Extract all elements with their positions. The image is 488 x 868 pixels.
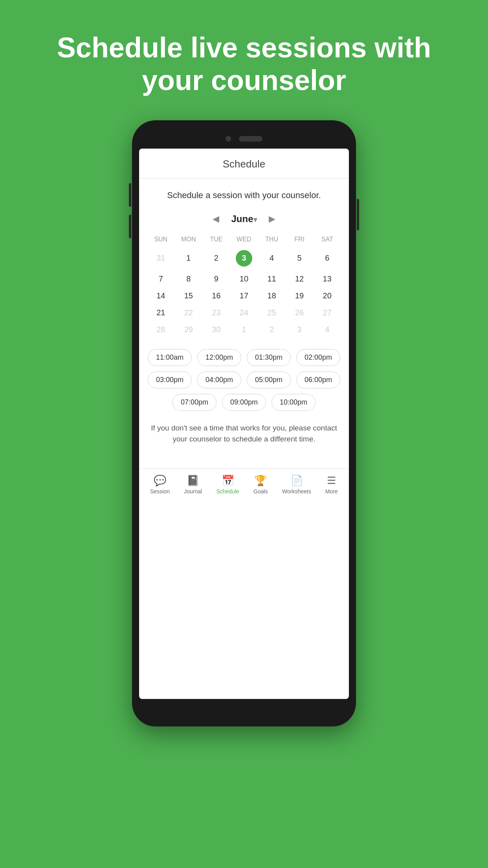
prev-month-button[interactable]: ◀ [209,212,223,226]
calendar-day: 29 [175,321,203,338]
time-slot-1100am[interactable]: 11:00am [148,349,192,366]
weekday-thu: THU [258,233,286,246]
calendar-day[interactable]: 16 [202,287,230,304]
screen-header: Schedule [139,149,349,178]
session-subtitle: Schedule a session with your counselor. [147,190,341,200]
month-label: June▾ [231,213,257,224]
phone-top-bar [139,132,349,149]
time-slot-0130pm[interactable]: 01:30pm [247,349,291,366]
calendar-day[interactable]: 12 [286,270,314,287]
calendar-day: 22 [175,304,203,321]
calendar-day[interactable]: 9 [202,270,230,287]
nav-label-more: More [325,488,338,495]
calendar-day[interactable]: 10 [230,270,258,287]
nav-label-schedule: Schedule [216,488,239,495]
calendar-day[interactable]: 1 [175,246,203,270]
phone-screen: Schedule Schedule a session with your co… [139,149,349,699]
nav-item-worksheets[interactable]: 📄 Worksheets [282,474,311,495]
bottom-navigation: 💬 Session 📓 Journal 📅 Schedule 🏆 Goals 📄… [139,469,349,500]
time-slot-0900pm[interactable]: 09:00pm [222,394,266,411]
power-button [357,199,359,230]
calendar-week-4: 21 22 23 24 25 26 27 [147,304,341,321]
calendar-day-today[interactable]: 3 [230,246,258,270]
weekday-mon: MON [175,233,203,246]
time-slot-0400pm[interactable]: 04:00pm [197,371,241,388]
next-month-button[interactable]: ▶ [265,212,279,226]
calendar-day[interactable]: 2 [202,246,230,270]
calendar-day: 26 [286,304,314,321]
nav-label-worksheets: Worksheets [282,488,311,495]
calendar-day[interactable]: 21 [147,304,175,321]
calendar-day[interactable]: 19 [286,287,314,304]
time-slot-0300pm[interactable]: 03:00pm [148,371,192,388]
calendar-day[interactable]: 4 [258,246,286,270]
worksheets-icon: 📄 [290,474,303,487]
schedule-icon: 📅 [222,474,234,487]
calendar-grid: SUN MON TUE WED THU FRI SAT 31 1 2 3 [147,233,341,338]
journal-icon: 📓 [187,474,199,487]
calendar-day: 3 [286,321,314,338]
calendar-day[interactable]: 20 [313,287,341,304]
contact-note: If you don't see a time that works for y… [147,423,341,445]
calendar-day[interactable]: 31 [147,246,175,270]
calendar-weekday-row: SUN MON TUE WED THU FRI SAT [147,233,341,246]
session-icon: 💬 [154,474,166,487]
header-title: Schedule live sessions with your counsel… [0,0,488,120]
volume-down-button [129,215,131,238]
time-slots-container: 11:00am 12:00pm 01:30pm 02:00pm 03:00pm … [147,349,341,411]
calendar-day: 27 [313,304,341,321]
nav-item-goals[interactable]: 🏆 Goals [253,474,268,495]
more-icon: ☰ [327,474,336,487]
weekday-wed: WED [230,233,258,246]
time-slot-1200pm[interactable]: 12:00pm [197,349,241,366]
calendar-day[interactable]: 11 [258,270,286,287]
screen-title: Schedule [147,158,341,170]
nav-item-journal[interactable]: 📓 Journal [184,474,202,495]
time-slot-0500pm[interactable]: 05:00pm [247,371,291,388]
screen-body: Schedule a session with your counselor. … [139,178,349,453]
month-dropdown-icon[interactable]: ▾ [253,216,257,224]
page-header: Schedule live sessions with your counsel… [0,0,488,120]
calendar-day[interactable]: 14 [147,287,175,304]
nav-item-schedule[interactable]: 📅 Schedule [216,474,239,495]
calendar-day[interactable]: 15 [175,287,203,304]
nav-item-more[interactable]: ☰ More [325,474,338,495]
time-slot-0600pm[interactable]: 06:00pm [296,371,340,388]
time-slot-0700pm[interactable]: 07:00pm [172,394,216,411]
calendar-week-3: 14 15 16 17 18 19 20 [147,287,341,304]
calendar-day[interactable]: 17 [230,287,258,304]
phone-bottom-bar [139,699,349,707]
calendar-day[interactable]: 13 [313,270,341,287]
nav-label-journal: Journal [184,488,202,495]
calendar-nav: ◀ June▾ ▶ [147,212,341,226]
weekday-tue: TUE [202,233,230,246]
calendar-day: 25 [258,304,286,321]
calendar-day: 24 [230,304,258,321]
weekday-sun: SUN [147,233,175,246]
calendar-week-2: 7 8 9 10 11 12 13 [147,270,341,287]
phone-mockup: Schedule Schedule a session with your co… [132,120,356,726]
front-camera [226,136,231,142]
nav-label-goals: Goals [253,488,268,495]
calendar-day[interactable]: 5 [286,246,314,270]
calendar-day: 1 [230,321,258,338]
calendar-day[interactable]: 6 [313,246,341,270]
volume-up-button [129,183,131,207]
calendar-day[interactable]: 7 [147,270,175,287]
calendar-day: 23 [202,304,230,321]
nav-label-session: Session [150,488,170,495]
calendar-day: 2 [258,321,286,338]
calendar-day: 4 [313,321,341,338]
calendar-day: 28 [147,321,175,338]
calendar-day: 30 [202,321,230,338]
weekday-fri: FRI [286,233,314,246]
speaker-grille [239,136,262,142]
calendar-week-1: 31 1 2 3 4 5 6 [147,246,341,270]
calendar-day[interactable]: 18 [258,287,286,304]
weekday-sat: SAT [313,233,341,246]
time-slot-1000pm[interactable]: 10:00pm [272,394,316,411]
nav-item-session[interactable]: 💬 Session [150,474,170,495]
calendar-day[interactable]: 8 [175,270,203,287]
time-slot-0200pm[interactable]: 02:00pm [296,349,340,366]
goals-icon: 🏆 [254,474,267,487]
